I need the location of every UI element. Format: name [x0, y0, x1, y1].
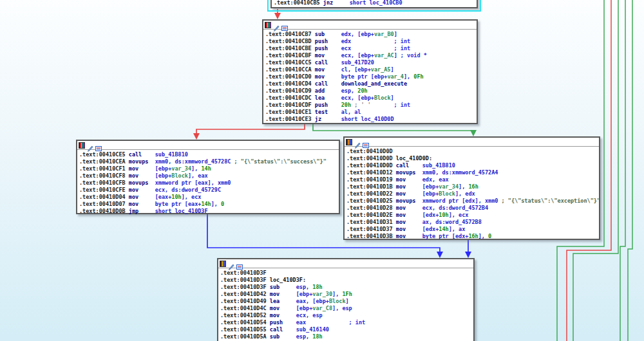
node-color-icon[interactable]	[79, 142, 85, 149]
node-titlebar[interactable]	[263, 21, 477, 30]
edit-node-icon[interactable]	[87, 142, 93, 149]
asm-line[interactable]: .text:00410CF1 mov [ebp+var_34], 14h	[79, 165, 337, 172]
asm-token: .text:00410CFE	[79, 187, 129, 193]
asm-token: ], eax	[188, 172, 208, 179]
asm-token: [ebp+	[155, 165, 172, 172]
edit-node-icon[interactable]	[228, 261, 234, 267]
edit-node-icon[interactable]	[354, 139, 361, 145]
asm-line[interactable]: .text:00410D1B mov [ebp+var_34], 16h	[346, 183, 597, 190]
asm-token: .text:00410CBD	[265, 38, 315, 44]
asm-line[interactable]: .text:00410CCA mov cl, [ebp+var_A5]	[265, 66, 475, 73]
asm-line[interactable]: .text:00410CBE push ecx ; int	[265, 45, 475, 52]
block-410D3F[interactable]: .text:00410D3F.text:00410D3F loc_410D3F:…	[217, 258, 475, 341]
asm-token: Block	[171, 172, 188, 179]
asm-line[interactable]: .text:00410D42 mov [ebp+var_30], 1Fh	[220, 291, 471, 298]
asm-token: lea	[270, 298, 296, 304]
asm-token: ], edx	[455, 190, 475, 197]
asm-line[interactable]: .text:00410D22 mov [ebp+Block], edx	[346, 190, 597, 198]
asm-line[interactable]: .text:00410CE3 jz short loc_410D0D	[265, 116, 475, 123]
asm-line[interactable]: .text:00410D0D call sub_41B810	[346, 162, 597, 169]
block-410D0D[interactable]: .text:00410D0D.text:00410D0D loc_410D0D:…	[343, 136, 600, 240]
asm-line[interactable]: .text:00410CE5 call sub_41B810	[79, 151, 337, 158]
asm-token: jmp	[129, 208, 155, 214]
asm-line[interactable]: .text:00410D54 push eax ; int	[220, 319, 471, 326]
asm-line[interactable]: .text:00410D0B jmp short loc_410D3F	[79, 208, 337, 215]
node-titlebar[interactable]	[345, 138, 599, 147]
asm-line[interactable]: .text:00410D25 movups xmmword ptr [edx],…	[346, 198, 597, 205]
asm-token: .text:00410CB7	[265, 31, 315, 37]
asm-line[interactable]: .text:00410D07 mov byte ptr [eax+14h], 0	[79, 201, 337, 208]
asm-token: ; "{\"status\":\"success\"}"	[231, 158, 326, 165]
asm-token: .text:00410CB5	[274, 0, 323, 6]
asm-line[interactable]: .text:00410D3B mov byte ptr [edx+16h], 0	[346, 233, 597, 240]
asm-token: var_C8	[312, 305, 332, 311]
asm-line[interactable]: .text:00410D55 call sub_416140	[220, 326, 471, 333]
node-color-icon[interactable]	[265, 22, 271, 28]
asm-token: jz	[315, 116, 341, 122]
asm-token: call	[129, 151, 155, 158]
edit-node-icon[interactable]	[273, 22, 279, 28]
asm-line[interactable]: .text:00410D49 lea eax, [ebp+Block]	[220, 298, 471, 305]
asm-token: ; "{\"status\":\"exception\"}"	[498, 198, 600, 204]
asm-line[interactable]: .text:00410D19 mov edx, eax	[346, 176, 597, 183]
asm-line[interactable]: .text:00410D37 mov [edx+14h], ax	[346, 226, 597, 233]
asm-token: esp,	[296, 333, 313, 340]
node-color-icon[interactable]	[346, 139, 352, 145]
asm-token: .text:00410D31	[346, 219, 396, 225]
asm-token: 14h	[439, 226, 448, 232]
asm-line[interactable]: .text:00410CBF mov ecx, [ebp+var_AC] ; v…	[265, 52, 475, 59]
asm-token: mov	[396, 226, 422, 232]
asm-line[interactable]: .text:00410CDF push 20h ; ' ' ; int	[265, 102, 475, 109]
asm-line[interactable]: .text:00410D52 mov ecx, esp	[220, 312, 471, 319]
asm-token: var_AC	[374, 52, 394, 59]
asm-line[interactable]: .text:00410D04 mov [eax+10h], ecx	[79, 194, 337, 201]
asm-line[interactable]: .text:00410CB7 sub edx, [ebp+var_B0]	[265, 31, 475, 38]
asm-line[interactable]: .text:00410D2E mov [edx+10h], ecx	[346, 212, 597, 219]
asm-token: ], ax	[449, 226, 466, 232]
asm-line[interactable]: .text:00410CF8 mov [ebp+Block], eax	[79, 172, 337, 180]
asm-line[interactable]: .text:00410CEA movups xmm0, ds:xmmword_4…	[79, 158, 337, 165]
asm-line[interactable]: .text:00410D3F	[220, 270, 471, 277]
asm-token: push	[315, 45, 341, 51]
asm-line[interactable]: .text:00410D28 mov ecx, ds:dword_4572B4	[346, 205, 597, 212]
block-410CB5[interactable]: .text:00410CB5 jnz short loc_410CB0	[270, 0, 478, 8]
asm-line[interactable]: .text:00410D3F sub esp, 18h	[220, 284, 471, 291]
block-410CB7[interactable]: .text:00410CB7 sub edx, [ebp+var_B0].tex…	[262, 19, 478, 124]
asm-line[interactable]: .text:00410D5A sub esp, 18h	[220, 333, 471, 340]
asm-line[interactable]: .text:00410CB5 jnz short loc_410CB0	[274, 0, 475, 6]
asm-token: ],	[211, 201, 221, 207]
asm-line[interactable]: .text:00410D12 movups xmm0, ds:xmmword_4…	[346, 169, 597, 176]
asm-line[interactable]: .text:00410D0D	[346, 148, 597, 155]
block-410CE5[interactable]: .text:00410CE5 call sub_41B810.text:0041…	[76, 140, 340, 214]
node-color-icon[interactable]	[220, 261, 226, 267]
asm-line[interactable]: .text:00410CD9 add esp, 20h	[265, 88, 475, 95]
asm-token: xmmword ptr [eax], xmm0	[155, 180, 231, 186]
asm-line[interactable]: .text:00410CD4 call download_and_execute	[265, 80, 475, 88]
asm-line[interactable]: .text:00410CE1 test al, al	[265, 109, 475, 116]
asm-line[interactable]: .text:00410CD0 mov byte ptr [ebp+var_4],…	[265, 73, 475, 80]
asm-token: short loc_410D3F	[155, 208, 208, 214]
asm-line[interactable]: .text:00410D3F loc_410D3F:	[220, 277, 471, 284]
asm-token: .text:00410D07	[79, 201, 129, 207]
asm-line[interactable]: .text:00410CFB movups xmmword ptr [eax],…	[79, 180, 337, 187]
asm-token: .text:00410D22	[346, 190, 396, 197]
asm-line[interactable]: .text:00410D4C mov [ebp+var_C8], esp	[220, 305, 471, 312]
asm-token: [edx+	[422, 226, 439, 232]
asm-line[interactable]: .text:00410CFE mov ecx, ds:dword_45729C	[79, 187, 337, 194]
text-view-icon[interactable]	[236, 261, 243, 267]
asm-line[interactable]: .text:00410CC5 call sub_417D20	[265, 59, 475, 66]
asm-token: ],	[332, 291, 342, 297]
asm-line[interactable]: .text:00410D31 mov ax, ds:word_4572B8	[346, 219, 597, 226]
text-view-icon[interactable]	[281, 22, 288, 28]
node-titlebar[interactable]	[77, 141, 339, 150]
text-view-icon[interactable]	[95, 142, 102, 149]
asm-line[interactable]: .text:00410D0D loc_410D0D:	[346, 155, 597, 162]
ida-graph-view[interactable]: .text:00410CB5 jnz short loc_410CB0.text…	[0, 0, 644, 341]
asm-token: .text:00410D52	[220, 312, 270, 318]
asm-line[interactable]: .text:00410CDC lea ecx, [ebp+Block]	[265, 95, 475, 102]
asm-token: 1Fh	[342, 291, 352, 297]
asm-line[interactable]: .text:00410CBD push edx ; int	[265, 38, 475, 45]
text-view-icon[interactable]	[363, 139, 369, 145]
node-titlebar[interactable]	[218, 259, 473, 268]
asm-token: mov	[396, 190, 422, 197]
